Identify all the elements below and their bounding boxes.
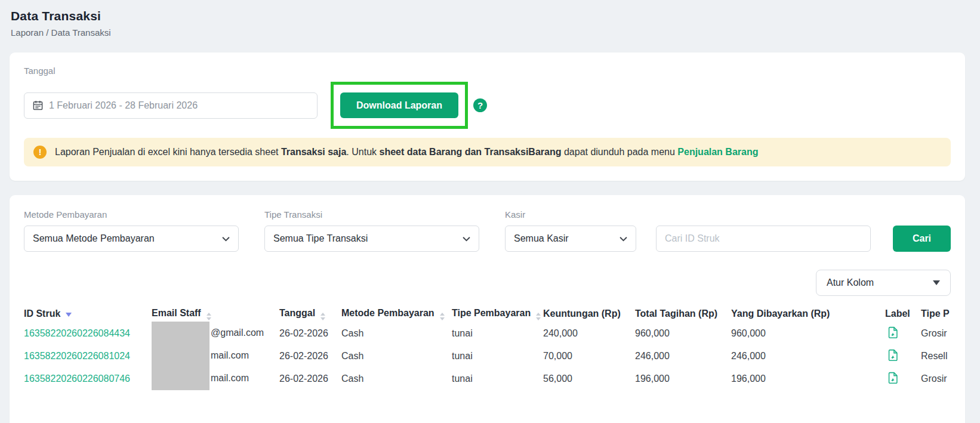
table-body: 16358220260226084434@gmail.com26-02-2026… bbox=[24, 322, 951, 390]
cell-tipe_penjualan: Resell bbox=[921, 345, 951, 368]
cell-total_tagihan: 960,000 bbox=[635, 322, 731, 345]
cell-label bbox=[885, 322, 921, 345]
column-header-label[interactable]: Label bbox=[885, 305, 921, 322]
sort-desc-icon bbox=[66, 313, 72, 317]
kasir-select[interactable]: Semua Kasir bbox=[505, 226, 636, 252]
metode-pembayaran-label: Metode Pembayaran bbox=[24, 209, 239, 220]
column-header-tipe_penjualan[interactable]: Tipe P bbox=[921, 305, 951, 322]
column-header-keuntungan[interactable]: Keuntungan (Rp) bbox=[543, 305, 635, 322]
column-header-id[interactable]: ID Struk bbox=[24, 305, 152, 322]
cell-metode: Cash bbox=[341, 368, 452, 390]
redacted-email-box bbox=[152, 322, 209, 345]
table-row: 16358220260226084434@gmail.com26-02-2026… bbox=[24, 322, 951, 345]
email-visible-text: @gmail.com bbox=[211, 328, 264, 338]
calendar-icon bbox=[33, 100, 43, 110]
cell-label bbox=[885, 368, 921, 390]
cell-tanggal: 26-02-2026 bbox=[279, 368, 341, 390]
cell-email: @gmail.com bbox=[152, 322, 279, 345]
table-row: 16358220260226080746mail.com26-02-2026Ca… bbox=[24, 368, 951, 390]
cell-tipe_penjualan: Grosir bbox=[921, 322, 951, 345]
cell-label bbox=[885, 345, 921, 368]
cell-dibayarkan: 960,000 bbox=[731, 322, 885, 345]
redacted-email-box bbox=[152, 344, 209, 368]
help-icon[interactable]: ? bbox=[473, 98, 487, 112]
cari-button[interactable]: Cari bbox=[893, 226, 951, 252]
cell-id: 16358220260226081024 bbox=[24, 345, 152, 368]
kasir-value: Semua Kasir bbox=[514, 233, 569, 244]
cell-id: 16358220260226080746 bbox=[24, 368, 152, 390]
cell-tipe_penjualan: Grosir bbox=[921, 368, 951, 390]
cell-total_tagihan: 196,000 bbox=[635, 368, 731, 390]
chevron-down-icon bbox=[620, 236, 627, 242]
sort-icon bbox=[320, 313, 325, 320]
date-label: Tanggal bbox=[24, 66, 951, 76]
breadcrumb: Laporan / Data Transaksi bbox=[11, 27, 980, 38]
cell-keuntungan: 56,000 bbox=[543, 368, 635, 390]
report-card: Tanggal 1 Februari 2026 - 28 Februari 20… bbox=[10, 53, 965, 181]
receipt-id-link[interactable]: 16358220260226084434 bbox=[24, 328, 130, 338]
date-range-value: 1 Februari 2026 - 28 Februari 2026 bbox=[49, 100, 198, 111]
chevron-down-icon bbox=[463, 236, 470, 242]
banner-text: Laporan Penjualan di excel kini hanya te… bbox=[55, 147, 758, 158]
receipt-id-link[interactable]: 16358220260226081024 bbox=[24, 351, 130, 361]
cell-dibayarkan: 196,000 bbox=[731, 368, 885, 390]
redacted-email-box bbox=[152, 367, 209, 390]
table-header-row: ID StrukEmail StaffTanggalMetode Pembaya… bbox=[24, 305, 951, 322]
search-id-struk-input[interactable] bbox=[656, 226, 871, 252]
transactions-card: Metode Pembayaran Semua Metode Pembayara… bbox=[10, 195, 965, 423]
column-header-metode[interactable]: Metode Pembayaran bbox=[341, 305, 452, 322]
info-banner: ! Laporan Penjualan di excel kini hanya … bbox=[24, 138, 951, 166]
email-visible-text: mail.com bbox=[211, 350, 249, 360]
column-header-dibayarkan[interactable]: Yang Dibayarkan (Rp) bbox=[731, 305, 885, 322]
cell-tanggal: 26-02-2026 bbox=[279, 322, 341, 345]
pdf-label-icon[interactable] bbox=[888, 372, 898, 384]
chevron-down-icon bbox=[222, 236, 230, 242]
cell-id: 16358220260226084434 bbox=[24, 322, 152, 345]
column-header-tanggal[interactable]: Tanggal bbox=[279, 305, 341, 322]
download-laporan-button[interactable]: Download Laporan bbox=[340, 92, 458, 118]
tipe-transaksi-select[interactable]: Semua Tipe Transaksi bbox=[264, 226, 479, 252]
atur-kolom-label: Atur Kolom bbox=[827, 277, 874, 288]
column-header-email[interactable]: Email Staff bbox=[152, 305, 279, 322]
cell-email: mail.com bbox=[152, 368, 279, 390]
column-header-total_tagihan[interactable]: Total Tagihan (Rp) bbox=[635, 305, 731, 322]
sort-icon bbox=[536, 313, 541, 320]
cell-keuntungan: 70,000 bbox=[543, 345, 635, 368]
pdf-label-icon[interactable] bbox=[888, 326, 898, 338]
dropdown-caret-icon bbox=[933, 280, 940, 285]
date-range-input[interactable]: 1 Februari 2026 - 28 Februari 2026 bbox=[24, 92, 318, 119]
pdf-label-icon[interactable] bbox=[888, 349, 898, 361]
annotation-highlight-box: Download Laporan bbox=[331, 82, 468, 129]
tipe-transaksi-value: Semua Tipe Transaksi bbox=[273, 233, 368, 244]
transactions-table: ID StrukEmail StaffTanggalMetode Pembaya… bbox=[24, 305, 951, 390]
cell-keuntungan: 240,000 bbox=[543, 322, 635, 345]
tipe-transaksi-label: Tipe Transaksi bbox=[264, 209, 479, 220]
cell-total_tagihan: 246,000 bbox=[635, 345, 731, 368]
cell-dibayarkan: 246,000 bbox=[731, 345, 885, 368]
cell-metode: Cash bbox=[341, 322, 452, 345]
page-title: Data Transaksi bbox=[11, 9, 980, 23]
cell-tanggal: 26-02-2026 bbox=[279, 345, 341, 368]
column-header-tipe_pembayaran[interactable]: Tipe Pembayaran bbox=[452, 305, 543, 322]
penjualan-barang-link[interactable]: Penjualan Barang bbox=[677, 147, 758, 157]
atur-kolom-dropdown[interactable]: Atur Kolom bbox=[816, 270, 951, 296]
sort-icon bbox=[440, 313, 445, 320]
table-row: 16358220260226081024mail.com26-02-2026Ca… bbox=[24, 345, 951, 368]
page-header: Data Transaksi Laporan / Data Transaksi bbox=[0, 0, 980, 38]
sort-icon bbox=[207, 313, 211, 320]
metode-pembayaran-value: Semua Metode Pembayaran bbox=[33, 233, 155, 244]
cell-tipe_pembayaran: tunai bbox=[452, 322, 543, 345]
kasir-label: Kasir bbox=[505, 209, 636, 220]
metode-pembayaran-select[interactable]: Semua Metode Pembayaran bbox=[24, 226, 239, 252]
cell-email: mail.com bbox=[152, 345, 279, 368]
cell-tipe_pembayaran: tunai bbox=[452, 345, 543, 368]
receipt-id-link[interactable]: 16358220260226080746 bbox=[24, 373, 130, 384]
warning-icon: ! bbox=[33, 146, 47, 159]
cell-metode: Cash bbox=[341, 345, 452, 368]
email-visible-text: mail.com bbox=[211, 373, 249, 383]
cell-tipe_pembayaran: tunai bbox=[452, 368, 543, 390]
